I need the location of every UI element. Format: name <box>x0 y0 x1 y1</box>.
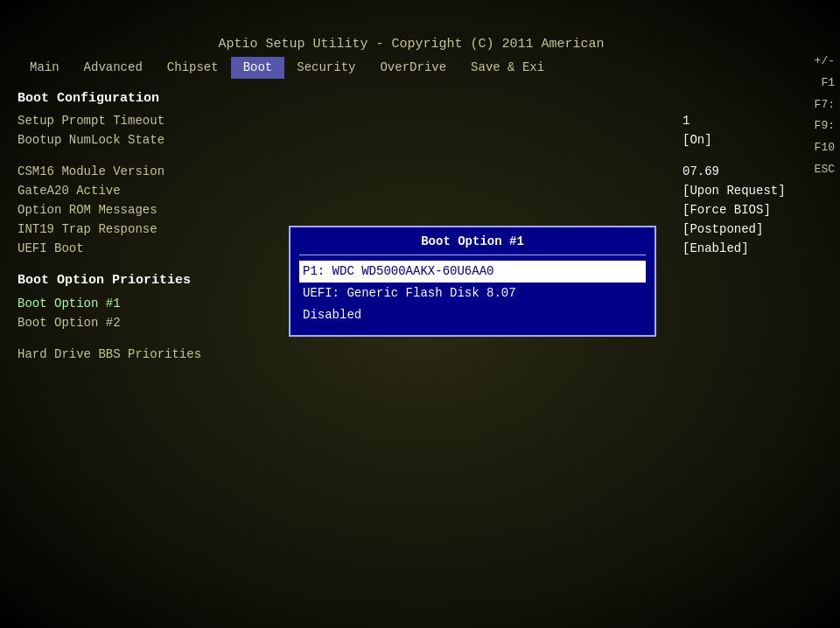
row-option-rom: Option ROM Messages [Force BIOS] <box>18 201 822 220</box>
popup-option-1[interactable]: P1: WDC WD5000AAKX-60U6AA0 <box>299 261 646 283</box>
key-gate-a20: GateA20 Active <box>18 182 121 200</box>
help-f7: F7: <box>815 96 835 115</box>
nav-boot[interactable]: Boot <box>231 57 285 79</box>
popup-option-2[interactable]: UEFI: Generic Flash Disk 8.07 <box>299 283 646 304</box>
boot-config-label: Boot Configuration <box>18 89 822 109</box>
bios-container: Aptio Setup Utility - Copyright (C) 2011… <box>18 35 840 593</box>
key-csm-version: CSM16 Module Version <box>18 163 164 181</box>
nav-overdrive[interactable]: OverDrive <box>368 57 458 79</box>
key-boot-option-2: Boot Option #2 <box>18 314 121 332</box>
boot-option-popup: Boot Option #1 P1: WDC WD5000AAKX-60U6AA… <box>289 226 656 337</box>
nav-bar: Main Advanced Chipset Boot Security Over… <box>18 57 840 79</box>
key-numlock: Bootup NumLock State <box>18 131 164 150</box>
nav-advanced[interactable]: Advanced <box>72 57 155 79</box>
title-bar: Aptio Setup Utility - Copyright (C) 2011… <box>18 35 840 55</box>
nav-chipset[interactable]: Chipset <box>155 57 231 79</box>
popup-title: Boot Option #1 <box>299 233 646 255</box>
row-setup-prompt: Setup Prompt Timeout 1 <box>18 112 822 130</box>
help-panel: +/- F1 F7: F9: F10 ESC <box>796 52 840 593</box>
help-f9: F9: <box>815 117 835 136</box>
row-csm-version: CSM16 Module Version 07.69 <box>18 163 822 181</box>
row-numlock: Bootup NumLock State [On] <box>18 131 822 150</box>
nav-main[interactable]: Main <box>18 57 72 79</box>
bios-screen: Aptio Setup Utility - Copyright (C) 2011… <box>0 0 840 628</box>
key-setup-prompt: Setup Prompt Timeout <box>18 112 164 130</box>
key-boot-option-1: Boot Option #1 <box>18 295 121 313</box>
key-option-rom: Option ROM Messages <box>18 201 158 220</box>
help-esc: ESC <box>815 161 835 179</box>
help-f10: F10 <box>815 139 835 157</box>
row-gate-a20: GateA20 Active [Upon Request] <box>18 182 822 200</box>
nav-save-exit[interactable]: Save & Exi <box>458 57 556 79</box>
key-uefi-boot: UEFI Boot <box>18 240 84 258</box>
key-int19: INT19 Trap Response <box>18 220 158 239</box>
popup-option-3[interactable]: Disabled <box>299 304 646 326</box>
help-plusminus: +/- <box>815 52 835 71</box>
nav-security[interactable]: Security <box>284 57 368 79</box>
help-f1: F1 <box>821 74 835 93</box>
hard-drive-bbs-label[interactable]: Hard Drive BBS Priorities <box>18 345 822 364</box>
title-text: Aptio Setup Utility - Copyright (C) 2011… <box>218 37 604 52</box>
